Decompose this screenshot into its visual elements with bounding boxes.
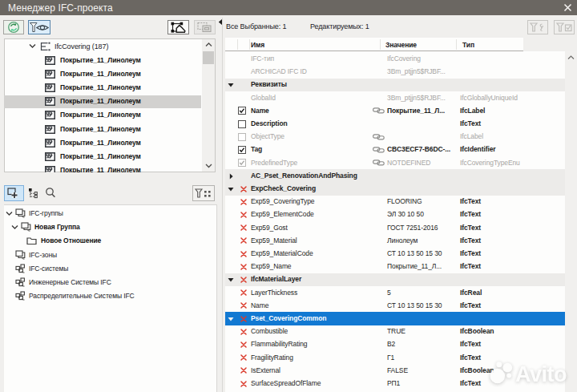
svg-text:Avito: Avito — [515, 362, 567, 386]
